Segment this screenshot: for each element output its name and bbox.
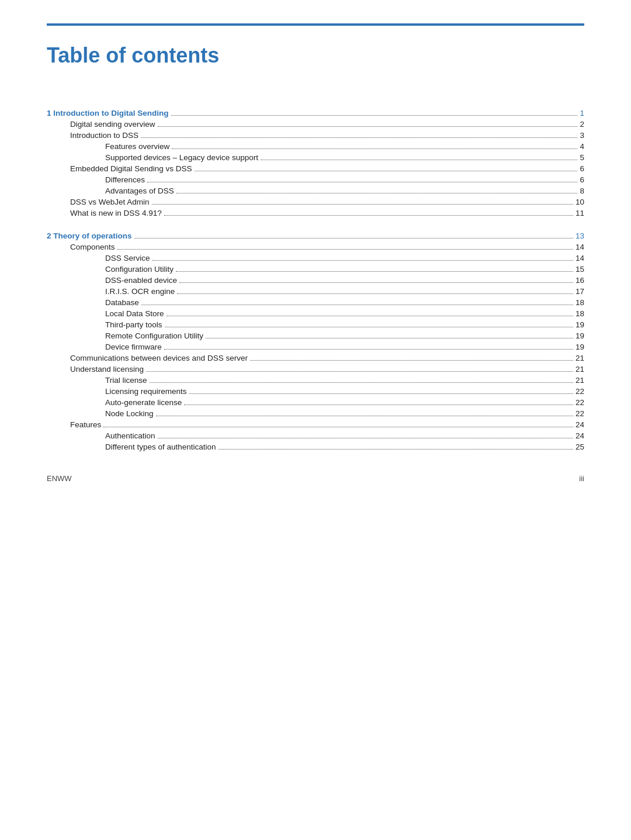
toc-dots [146,371,573,372]
toc-page-number: 13 [575,231,584,240]
toc-entry: Advantages of DSS8 [47,186,584,195]
page: Table of contents 1 Introduction to Digi… [0,0,631,500]
toc-entry-text: Trial license [105,376,147,385]
toc-entry-text: Configuration Utility [105,265,174,274]
toc-dots [195,171,578,171]
toc-entry-text: Supported devices – Legacy device suppor… [105,153,258,162]
toc-dots [171,115,578,116]
toc-dots [261,160,578,160]
toc-page-number: 11 [575,209,584,217]
toc-entry-text: Embedded Digital Sending vs DSS [70,164,192,173]
toc-entry: Features overview4 [47,142,584,151]
toc-page-number: 3 [580,131,584,140]
toc-entry: DSS Service14 [47,254,584,262]
toc-entry-text: Differences [105,175,145,184]
toc-dots [164,349,573,350]
toc-entry-text: Authentication [105,431,155,440]
toc-dots [117,249,573,250]
toc-dots [184,405,573,405]
toc-entry: Introduction to DSS3 [47,131,584,140]
toc-page-number: 18 [575,309,584,318]
toc-entry: Features24 [47,420,584,429]
toc-dots [150,382,573,383]
toc-page-number: 18 [575,298,584,307]
toc-entry: Trial license21 [47,376,584,385]
toc-entry-text: Local Data Store [105,309,164,318]
toc-dots [167,316,573,316]
toc-dots [164,215,573,216]
toc-entry: Database18 [47,298,584,307]
toc-page-number: 17 [575,287,584,296]
toc-dots [219,449,573,450]
toc-entry: What is new in DSS 4.91?11 [47,209,584,217]
toc-entry-text: Database [105,298,139,307]
toc-entry: Auto-generate license22 [47,398,584,407]
toc-page-number: 25 [575,443,584,451]
toc-page-number: 10 [575,198,584,206]
toc-entry: Understand licensing21 [47,365,584,374]
toc-page-number: 21 [575,354,584,362]
toc-entry: 1 Introduction to Digital Sending1 [47,109,584,117]
toc-entry-text: Understand licensing [70,365,144,374]
toc-page-number: 6 [580,164,584,173]
toc-dots [179,282,573,283]
toc-dots [158,126,578,127]
toc-entry: Node Locking22 [47,409,584,418]
toc-entry-text: Features overview [105,142,169,151]
toc-dots [176,271,573,272]
toc-entry-text: 2 Theory of operations [47,231,132,240]
toc-page-number: 19 [575,320,584,329]
toc-page-number: 24 [575,420,584,429]
toc-entry-text: 1 Introduction to Digital Sending [47,109,169,117]
toc-dots [103,427,573,427]
toc-dots [141,305,573,305]
toc-page-number: 1 [580,109,584,117]
toc-entry-text: Third-party tools [105,320,162,329]
toc-entry-text: DSS vs WebJet Admin [70,198,150,206]
toc-entry: Communications between devices and DSS s… [47,354,584,362]
toc-entry: Licensing requirements22 [47,387,584,396]
toc-entry: 2 Theory of operations13 [47,231,584,240]
toc-entry-text: Introduction to DSS [70,131,138,140]
toc-entry-text: I.R.I.S. OCR engine [105,287,175,296]
toc-entry: Local Data Store18 [47,309,584,318]
toc-entry: Supported devices – Legacy device suppor… [47,153,584,162]
footer-left: ENWW [47,474,72,483]
toc-page-number: 24 [575,431,584,440]
toc-entry: Embedded Digital Sending vs DSS6 [47,164,584,173]
toc-entry-text: Licensing requirements [105,387,187,396]
toc-page-number: 21 [575,365,584,374]
top-border [47,23,584,26]
toc-entry: Remote Configuration Utility19 [47,331,584,340]
toc-dots [165,327,573,327]
toc-entry-text: Components [70,243,115,251]
toc-dots [147,182,577,182]
toc-page-number: 22 [575,398,584,407]
toc-page-number: 22 [575,409,584,418]
toc-dots [176,193,578,193]
toc-page-number: 19 [575,343,584,351]
toc-page-number: 4 [580,142,584,151]
toc-entry-text: Advantages of DSS [105,186,174,195]
toc-page-number: 22 [575,387,584,396]
toc-entry: DSS vs WebJet Admin10 [47,198,584,206]
toc-page-number: 2 [580,120,584,129]
toc-dots [152,260,573,261]
toc-entry-text: Auto-generate license [105,398,182,407]
toc-dots [206,338,573,338]
toc-entry-text: Remote Configuration Utility [105,331,203,340]
toc-dots [189,393,573,394]
toc-entry-text: Node Locking [105,409,154,418]
toc-dots [250,360,573,361]
toc-dots [152,204,573,205]
toc-page-number: 5 [580,153,584,162]
footer: ENWW iii [47,474,584,483]
toc-page-number: 14 [575,243,584,251]
page-title: Table of contents [47,43,584,74]
toc-page-number: 15 [575,265,584,274]
toc-entry: Third-party tools19 [47,320,584,329]
toc-page-number: 8 [580,186,584,195]
toc-entry: Device firmware19 [47,343,584,351]
toc-entry: Different types of authentication25 [47,443,584,451]
toc-page-number: 14 [575,254,584,262]
